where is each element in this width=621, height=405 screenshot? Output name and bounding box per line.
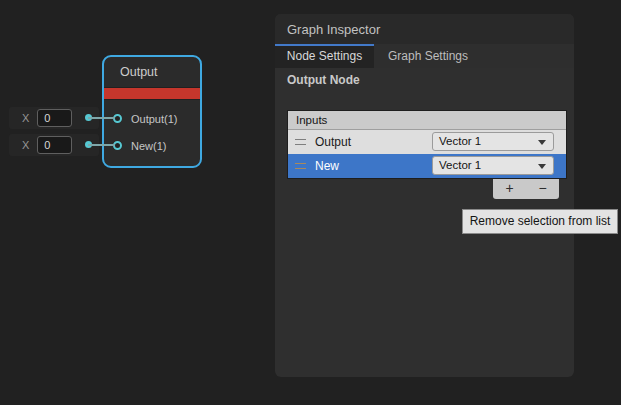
vector1-input-widget: X 0 [9, 107, 99, 129]
shader-graph-window: X 0 X 0 Output Output(1) New(1) Graph In… [0, 0, 621, 405]
x-component-label: X [22, 139, 29, 151]
port-row: New(1) [104, 132, 200, 159]
chevron-down-icon [538, 164, 546, 169]
node-settings-section-title: Output Node [287, 73, 360, 87]
list-item-name: New [315, 159, 339, 173]
type-dropdown[interactable]: Vector 1 [432, 156, 554, 175]
x-value-field[interactable]: 0 [37, 136, 72, 154]
list-item[interactable]: New Vector 1 [288, 154, 566, 178]
list-item-name: Output [315, 135, 351, 149]
node-title[interactable]: Output [104, 57, 200, 88]
add-item-button[interactable]: + [493, 179, 526, 199]
drag-handle-icon[interactable] [295, 163, 306, 169]
vector1-input-widget: X 0 [9, 134, 99, 156]
graph-inspector-panel: Graph Inspector Node Settings Graph Sett… [275, 14, 574, 377]
port-label: New(1) [131, 140, 166, 152]
drag-handle-icon[interactable] [295, 139, 306, 145]
remove-item-button[interactable]: − [526, 179, 559, 199]
list-footer-toolbar: + − [493, 179, 559, 199]
type-dropdown-value: Vector 1 [439, 159, 481, 171]
edge-connection[interactable] [88, 117, 115, 119]
type-dropdown[interactable]: Vector 1 [432, 132, 554, 151]
tab-graph-settings[interactable]: Graph Settings [374, 44, 482, 68]
list-header: Inputs [288, 111, 566, 130]
edge-connection[interactable] [88, 144, 115, 146]
x-component-label: X [22, 112, 29, 124]
node-port-list: Output(1) New(1) [104, 100, 200, 159]
inputs-reorderable-list: Inputs Output Vector 1 New Vector 1 [287, 110, 567, 179]
port-label: Output(1) [131, 113, 177, 125]
chevron-down-icon [538, 140, 546, 145]
list-item[interactable]: Output Vector 1 [288, 130, 566, 154]
panel-title[interactable]: Graph Inspector [275, 14, 574, 44]
x-value-field[interactable]: 0 [37, 109, 72, 127]
inspector-tab-bar: Node Settings Graph Settings [275, 44, 574, 68]
output-node[interactable]: Output Output(1) New(1) [102, 55, 202, 168]
port-row: Output(1) [104, 105, 200, 132]
node-accent-bar [104, 88, 200, 100]
type-dropdown-value: Vector 1 [439, 135, 481, 147]
tooltip: Remove selection from list [462, 209, 618, 234]
tab-node-settings[interactable]: Node Settings [275, 44, 374, 68]
